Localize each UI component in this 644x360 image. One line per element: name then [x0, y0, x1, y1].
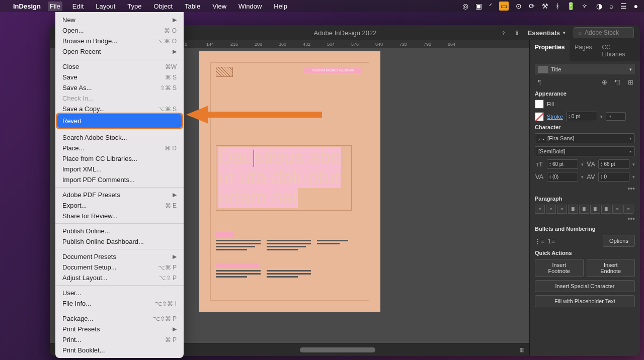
menu-user[interactable]: User...	[55, 288, 184, 298]
leading-field[interactable]: ▴▾66 pt	[598, 159, 629, 169]
menu-edit[interactable]: Edit	[70, 2, 86, 11]
tools-icon[interactable]: ⚒	[542, 2, 548, 10]
chevron-down-icon[interactable]: ▾	[632, 162, 635, 167]
menu-save-copy[interactable]: Save a Copy...⌥⌘ S	[55, 104, 184, 114]
horizontal-scrollbar[interactable]	[300, 347, 375, 352]
tagline-box[interactable]: VOLES INT EXCEPUD AMUSCINGE	[304, 68, 362, 73]
justify-all-button[interactable]: ≣	[601, 205, 611, 214]
numbered-list-icon[interactable]: 1≡	[547, 236, 556, 245]
menu-view[interactable]: View	[210, 2, 228, 11]
menu-open[interactable]: Open...⌘ O	[55, 25, 184, 36]
tab-properties[interactable]: Properties	[530, 40, 570, 61]
menu-share-review[interactable]: Share for Review...	[55, 211, 184, 221]
app-name[interactable]: InDesign	[13, 3, 41, 10]
insert-endnote-button[interactable]: Insert Endnote	[587, 259, 635, 277]
menu-save[interactable]: Save⌘ S	[55, 72, 184, 82]
menu-type[interactable]: Type	[125, 2, 143, 11]
add-icon[interactable]: ⊞	[626, 77, 635, 86]
menu-publish-dashboard[interactable]: Publish Online Dashboard...	[55, 236, 184, 247]
menu-open-recent[interactable]: Open Recent▶	[55, 46, 184, 57]
share-icon[interactable]: ⇧	[514, 29, 520, 37]
menu-browse-bridge[interactable]: Browse in Bridge...⌥⌘ O	[55, 36, 184, 46]
headline-text-frame[interactable]: Daustibus abo ut uta doluptur udam nat	[216, 145, 352, 211]
menu-object[interactable]: Object	[152, 2, 175, 11]
menu-pdf-presets[interactable]: Adobe PDF Presets▶	[55, 190, 184, 200]
tab-cc-libraries[interactable]: CC Libraries	[597, 40, 640, 61]
bottom-columns[interactable]	[216, 270, 362, 279]
adobe-stock-search[interactable]: ⌕ Adobe Stock	[574, 27, 634, 38]
fill-swatch[interactable]	[535, 100, 544, 109]
workspace-switcher[interactable]: Essentials ▾	[528, 29, 566, 37]
fill-placeholder-button[interactable]: Fill with Placeholder Text	[535, 295, 635, 307]
chevron-down-icon[interactable]: ▾	[632, 174, 635, 179]
insert-special-char-button[interactable]: Insert Special Character	[535, 280, 635, 292]
menu-print-presets[interactable]: Print Presets▶	[55, 324, 184, 334]
new-style-icon[interactable]: ⊕	[600, 77, 609, 86]
menu-file-info[interactable]: File Info...⌥⇧⌘ I	[55, 298, 184, 309]
menu-place[interactable]: Place...⌘ D	[55, 143, 184, 153]
logo-placeholder[interactable]	[216, 67, 233, 77]
body-columns[interactable]	[216, 240, 362, 252]
font-weight-field[interactable]: [SemiBold]▾	[535, 146, 635, 156]
insert-footnote-button[interactable]: Insert Footnote	[535, 259, 584, 277]
more-options-icon[interactable]: •••	[535, 215, 635, 223]
font-size-field[interactable]: ▴▾60 pt	[547, 159, 578, 169]
wifi-icon[interactable]: ᯤ	[582, 2, 589, 10]
pilcrow-icon[interactable]: ¶	[535, 77, 544, 86]
menu-file[interactable]: File	[48, 2, 62, 11]
menu-window[interactable]: Window	[236, 2, 264, 11]
document-page[interactable]: VOLES INT EXCEPUD AMUSCINGE Daustibus ab…	[199, 51, 380, 312]
play-icon[interactable]: ⊙	[516, 2, 522, 10]
menu-export[interactable]: Export...⌘ E	[55, 200, 184, 211]
menu-adjust-layout[interactable]: Adjust Layout...⌥⇧ P	[55, 273, 184, 283]
font-family-field[interactable]: ⌕▾[Fira Sans] ▾	[535, 133, 635, 143]
tips-icon[interactable]: ♀	[501, 29, 506, 37]
chevron-down-icon[interactable]: ▾	[581, 162, 584, 167]
justify-center-button[interactable]: ≣	[579, 205, 589, 214]
bullet-list-icon[interactable]: ⋮≡	[535, 236, 544, 245]
menu-print-booklet[interactable]: Print Booklet...	[55, 345, 184, 355]
bluetooth-icon[interactable]: ᚼ	[555, 2, 559, 10]
menu-publish-online[interactable]: Publish Online...	[55, 226, 184, 236]
align-toward-button[interactable]: ≡	[623, 205, 633, 214]
align-away-button[interactable]: ≡	[612, 205, 622, 214]
bottom-label[interactable]	[216, 263, 259, 267]
align-left-button[interactable]: ≡	[535, 205, 545, 214]
menu-import-xml[interactable]: Import XML...	[55, 164, 184, 174]
menu-save-as[interactable]: Save As...⇧⌘ S	[55, 82, 184, 93]
place-label[interactable]	[216, 232, 234, 237]
tracking-field[interactable]: ▴▾(0)	[547, 172, 578, 182]
justify-left-button[interactable]: ≣	[568, 205, 578, 214]
chevron-down-icon[interactable]: ▾	[600, 114, 603, 119]
chevron-down-icon[interactable]: ▾	[581, 174, 584, 179]
kerning-field[interactable]: ▴▾0	[598, 172, 629, 182]
battery-status-icon[interactable]: ▣	[475, 2, 482, 10]
tab-pages[interactable]: Pages	[570, 40, 597, 61]
control-center-icon[interactable]: ☰	[620, 2, 627, 10]
align-right-button[interactable]: ≡	[557, 205, 567, 214]
menu-print[interactable]: Print...⌘ P	[55, 334, 184, 345]
flame-icon[interactable]: ᐟ	[489, 2, 492, 10]
stroke-swatch[interactable]	[535, 112, 544, 121]
sync-icon[interactable]: ⟳	[529, 2, 535, 10]
menu-new[interactable]: New▶	[55, 15, 184, 25]
menu-table[interactable]: Table	[183, 2, 202, 11]
stroke-weight-field[interactable]: ▴▾ 0 pt	[566, 112, 597, 121]
menu-import-pdf-comments[interactable]: Import PDF Comments...	[55, 174, 184, 185]
screen-icon[interactable]: ▭	[499, 2, 509, 11]
paragraph-style-strip[interactable]: Title ▾	[535, 64, 635, 74]
stroke-style-field[interactable]: ▾	[606, 112, 626, 121]
menu-layout[interactable]: Layout	[94, 2, 117, 11]
options-button[interactable]: Options	[603, 235, 635, 247]
menu-place-cc[interactable]: Place from CC Libraries...	[55, 153, 184, 164]
menu-close[interactable]: Close⌘W	[55, 61, 184, 72]
clear-override-icon[interactable]: ¶⃠	[613, 77, 622, 86]
spotlight-icon[interactable]: ⌕	[609, 2, 613, 10]
menu-package[interactable]: Package...⌥⇧⌘ P	[55, 313, 184, 324]
siri-icon[interactable]: ●	[634, 2, 638, 10]
cc-icon[interactable]: ◎	[462, 2, 468, 10]
menu-revert[interactable]: Revert	[57, 114, 182, 128]
battery-icon[interactable]: 🔋	[567, 2, 575, 10]
view-mode-icon[interactable]: ▥	[519, 346, 524, 353]
menu-doc-presets[interactable]: Document Presets▶	[55, 251, 184, 262]
